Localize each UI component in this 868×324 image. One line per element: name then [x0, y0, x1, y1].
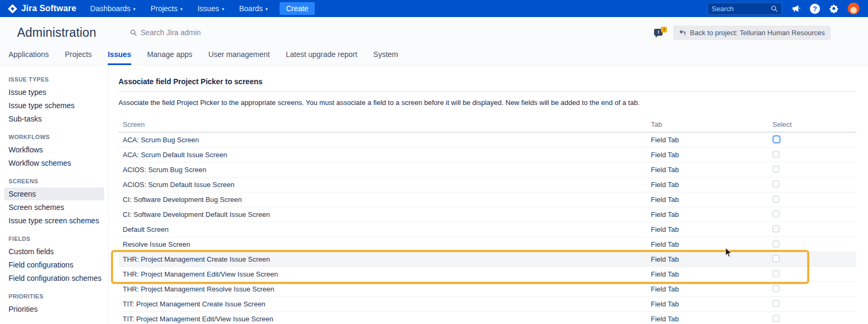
screen-name: Resolve Issue Screen [118, 240, 647, 248]
tab-name: Field Tab [647, 315, 768, 323]
select-checkbox[interactable] [773, 240, 779, 247]
sidebar-item-priorities[interactable]: Priorities [4, 303, 104, 315]
table-row: THR: Project Management Create Issue Scr… [118, 252, 856, 267]
navbar-search[interactable] [707, 3, 782, 15]
nav-menu-dashboards[interactable]: Dashboards▾ [90, 4, 136, 13]
table-row: ACA: Scrum Bug ScreenField Tab [118, 133, 856, 148]
admin-header: Administration ! ! Back to project: Tell… [0, 17, 868, 48]
screen-name: TIT: Project Management Create Issue Scr… [118, 300, 647, 308]
select-checkbox[interactable] [773, 315, 779, 322]
navbar-search-input[interactable] [712, 5, 767, 13]
tab-user-management[interactable]: User management [209, 50, 270, 65]
sidebar-section-priorities: PRIORITIESPriorities [4, 290, 104, 315]
sidebar-section-title: FIELDS [4, 232, 104, 245]
nav-menu-issues[interactable]: Issues▾ [197, 4, 224, 13]
tab-name: Field Tab [647, 210, 768, 218]
select-cell [768, 225, 856, 234]
select-cell [768, 181, 856, 189]
sidebar-item-issue-type-schemes[interactable]: Issue type schemes [4, 99, 104, 112]
nav-menu-boards[interactable]: Boards▾ [239, 4, 268, 13]
megaphone-icon[interactable] [791, 4, 801, 13]
tab-manage-apps[interactable]: Manage apps [147, 50, 193, 65]
admin-search-input[interactable] [141, 28, 258, 37]
select-cell [768, 135, 856, 145]
sidebar-section-screens: SCREENSScreensScreen schemesIssue type s… [4, 175, 104, 227]
sidebar-item-screen-schemes[interactable]: Screen schemes [4, 201, 104, 214]
select-checkbox[interactable] [773, 225, 779, 232]
sidebar-item-sub-tasks[interactable]: Sub-tasks [4, 112, 104, 125]
back-to-project-label: Back to project: Tellurian Human Resourc… [690, 29, 825, 37]
back-to-project-button[interactable]: Back to project: Tellurian Human Resourc… [673, 26, 831, 40]
select-cell [768, 285, 856, 294]
sidebar-item-issue-type-screen-schemes[interactable]: Issue type screen schemes [4, 214, 104, 227]
avatar[interactable] [848, 3, 859, 14]
help-icon[interactable]: ? [810, 4, 820, 14]
create-button[interactable]: Create [280, 2, 315, 15]
table-row: CI: Software Development Default Issue S… [118, 207, 856, 222]
select-checkbox[interactable] [773, 196, 779, 203]
select-checkbox[interactable] [773, 210, 779, 217]
table-row: THR: Project Management Resolve Issue Sc… [118, 282, 856, 297]
tab-projects[interactable]: Projects [65, 50, 92, 65]
jira-logo[interactable]: Jira Software [7, 4, 76, 14]
chevron-down-icon: ▾ [222, 6, 225, 12]
table-row: ACIOS: Scrum Default Issue ScreenField T… [118, 177, 856, 192]
table-row: CI: Software Development Bug ScreenField… [118, 192, 856, 207]
tab-applications[interactable]: Applications [9, 50, 49, 65]
nav-menu-label: Boards [239, 4, 262, 13]
select-cell [768, 166, 856, 174]
table-row: TIT: Project Management Edit/View Issue … [118, 312, 856, 324]
select-cell [768, 151, 856, 159]
tab-name: Field Tab [647, 181, 768, 189]
select-cell [768, 196, 856, 204]
tab-name: Field Tab [647, 151, 768, 159]
sidebar-item-field-configurations[interactable]: Field configurations [4, 258, 104, 271]
column-header-select: Select [768, 120, 856, 128]
main-content: Associate field Project Picker to screen… [109, 66, 868, 324]
screen-name: CI: Software Development Default Issue S… [118, 210, 647, 218]
screen-name: CI: Software Development Bug Screen [118, 196, 647, 204]
table-row: Default ScreenField Tab [118, 222, 856, 237]
tab-name: Field Tab [647, 285, 768, 293]
select-checkbox[interactable] [773, 285, 779, 292]
sidebar-item-workflows[interactable]: Workflows [4, 143, 104, 156]
search-icon [130, 29, 137, 36]
tab-name: Field Tab [647, 270, 768, 278]
screen-name: ACA: Scrum Bug Screen [118, 136, 647, 144]
select-checkbox[interactable] [773, 270, 779, 277]
select-checkbox[interactable] [773, 181, 779, 188]
nav-menus: Dashboards▾Projects▾Issues▾Boards▾ [90, 4, 268, 13]
table-row: Resolve Issue ScreenField Tab [118, 237, 856, 252]
tab-name: Field Tab [647, 196, 768, 204]
gear-icon[interactable] [829, 4, 839, 13]
sidebar-item-screens[interactable]: Screens [4, 188, 104, 200]
sidebar-section-title: SCREENS [4, 175, 104, 187]
select-checkbox[interactable] [773, 166, 779, 173]
feedback-icon[interactable]: ! ! [654, 27, 667, 38]
sidebar-item-issue-types[interactable]: Issue types [4, 86, 104, 99]
section-description: Associate the field Project Picker to th… [118, 99, 856, 107]
screen-name: ACA: Scrum Default Issue Screen [118, 151, 647, 159]
select-cell [768, 315, 856, 323]
nav-menu-projects[interactable]: Projects▾ [150, 4, 182, 13]
table-row: ACA: Scrum Default Issue ScreenField Tab [118, 148, 856, 163]
sidebar-item-workflow-schemes[interactable]: Workflow schemes [4, 157, 104, 169]
screen-name: ACIOS: Scrum Bug Screen [118, 166, 647, 174]
admin-search[interactable] [130, 28, 258, 37]
select-checkbox[interactable] [773, 300, 779, 307]
chevron-down-icon: ▾ [180, 6, 183, 12]
table-row: TIT: Project Management Create Issue Scr… [118, 297, 856, 312]
select-checkbox[interactable] [773, 151, 779, 158]
sidebar-section-title: ISSUE TYPES [4, 73, 104, 85]
jira-diamond-icon [7, 4, 18, 14]
tab-system[interactable]: System [373, 50, 399, 65]
sidebar-item-custom-fields[interactable]: Custom fields [4, 245, 104, 258]
select-checkbox[interactable] [773, 255, 779, 262]
tab-issues[interactable]: Issues [108, 50, 131, 65]
sidebar-section-title: WORKFLOWS [4, 131, 104, 143]
table-body: ACA: Scrum Bug ScreenField TabACA: Scrum… [118, 133, 856, 324]
tab-latest-upgrade-report[interactable]: Latest upgrade report [286, 50, 357, 65]
tab-name: Field Tab [647, 166, 768, 174]
sidebar-item-field-configuration-schemes[interactable]: Field configuration schemes [4, 272, 104, 285]
select-checkbox[interactable] [773, 135, 781, 143]
